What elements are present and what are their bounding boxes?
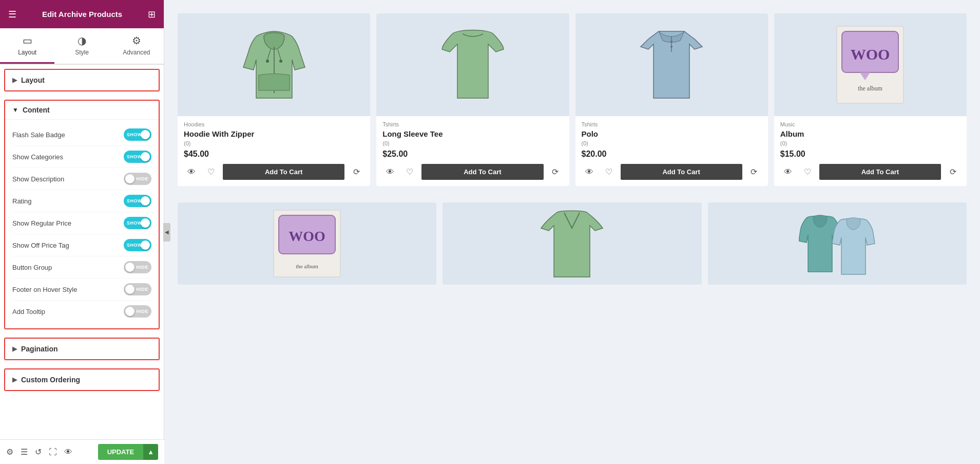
show-description-toggle-label: HIDE bbox=[136, 176, 148, 181]
add-to-cart-button[interactable]: Add To Cart bbox=[421, 164, 543, 180]
wishlist-icon[interactable]: ♡ bbox=[203, 164, 219, 180]
add-to-cart-button[interactable]: Add To Cart bbox=[819, 164, 941, 180]
custom-ordering-header[interactable]: ▶ Custom Ordering bbox=[5, 369, 159, 390]
show-description-toggle[interactable]: HIDE bbox=[124, 173, 151, 185]
footer-hover-label: Footer on Hover Style bbox=[12, 286, 77, 293]
product-rating: (0) bbox=[582, 140, 762, 146]
rating-toggle[interactable]: SHOW bbox=[124, 195, 151, 207]
regular-price-toggle-label: SHOW bbox=[127, 220, 142, 226]
wishlist-icon[interactable]: ♡ bbox=[800, 164, 815, 180]
product-image-hoodies2 bbox=[708, 202, 967, 285]
view-icon[interactable]: 👁 bbox=[582, 164, 597, 180]
layers-icon[interactable]: ☰ bbox=[21, 447, 28, 457]
button-group-toggle[interactable]: HIDE bbox=[124, 261, 151, 273]
button-group-label: Button Group bbox=[12, 264, 52, 271]
add-to-cart-button[interactable]: Add To Cart bbox=[223, 164, 344, 180]
view-icon[interactable]: 👁 bbox=[184, 164, 199, 180]
product-actions: 👁 ♡ Add To Cart ⟳ bbox=[582, 164, 762, 180]
footer-hover-toggle[interactable]: HIDE bbox=[124, 283, 151, 295]
svg-text:the album: the album bbox=[858, 85, 883, 92]
svg-text:WOO: WOO bbox=[851, 46, 890, 63]
product-name: Album bbox=[780, 129, 960, 138]
product-actions: 👁 ♡ Add To Cart ⟳ bbox=[780, 164, 960, 180]
hoodie-svg bbox=[241, 21, 308, 108]
grid-icon[interactable]: ⊞ bbox=[148, 9, 156, 20]
hamburger-icon[interactable]: ☰ bbox=[8, 9, 16, 20]
layout-section-header[interactable]: ▶ Layout bbox=[5, 70, 159, 90]
show-description-knob bbox=[125, 174, 134, 183]
view-icon[interactable]: 👁 bbox=[780, 164, 796, 180]
product-image-longsleeve bbox=[376, 13, 569, 116]
layout-section-label: Layout bbox=[21, 76, 45, 84]
tab-advanced[interactable]: ⚙ Advanced bbox=[109, 28, 164, 64]
tab-style[interactable]: ◑ Style bbox=[54, 28, 109, 64]
toggle-row-categories: Show Categories SHOW bbox=[12, 146, 151, 168]
custom-ordering-label: Custom Ordering bbox=[21, 376, 80, 384]
button-group-knob bbox=[125, 263, 134, 272]
svg-point-4 bbox=[279, 60, 282, 63]
collapse-icon: ◀ bbox=[165, 229, 169, 235]
product-category: Music bbox=[780, 121, 960, 127]
toggle-row-flash-sale: Flash Sale Badge SHOW bbox=[12, 124, 151, 146]
product-rating: (0) bbox=[780, 140, 960, 146]
product-info-polo: Tshirts Polo (0) $20.00 👁 ♡ Add To Cart … bbox=[575, 116, 768, 186]
bottom-toolbar-left: ⚙ ☰ ↺ ⛶ 👁 bbox=[6, 447, 72, 457]
products-grid: Hoodies Hoodie With Zipper (0) $45.00 👁 … bbox=[164, 0, 980, 199]
toggle-row-regular-price: Show Regular Price SHOW bbox=[12, 212, 151, 234]
flash-sale-toggle[interactable]: SHOW bbox=[124, 128, 151, 141]
woo2-svg: WOO the album bbox=[271, 208, 343, 280]
custom-ordering-arrow-icon: ▶ bbox=[12, 376, 17, 383]
product-card-woo2: WOO the album bbox=[178, 202, 436, 285]
content-arrow-icon: ▼ bbox=[12, 106, 18, 114]
product-category: Tshirts bbox=[382, 121, 563, 127]
show-off-price-toggle[interactable]: SHOW bbox=[124, 239, 151, 251]
woo-svg: WOO the album bbox=[832, 21, 909, 108]
show-categories-toggle[interactable]: SHOW bbox=[124, 151, 151, 163]
style-icon: ◑ bbox=[78, 34, 86, 47]
svg-text:the album: the album bbox=[296, 263, 318, 269]
product-info-long-sleeve: Tshirts Long Sleeve Tee (0) $25.00 👁 ♡ A… bbox=[376, 116, 569, 186]
show-regular-price-toggle[interactable]: SHOW bbox=[124, 217, 151, 229]
product-name: Long Sleeve Tee bbox=[382, 129, 563, 138]
sidebar-header: ☰ Edit Archive Products ⊞ bbox=[0, 0, 164, 28]
svg-text:WOO: WOO bbox=[289, 228, 325, 244]
show-description-label: Show Description bbox=[12, 175, 64, 183]
second-row-products: WOO the album bbox=[164, 199, 980, 298]
compare-icon[interactable]: ⟳ bbox=[349, 164, 364, 180]
compare-icon[interactable]: ⟳ bbox=[548, 164, 563, 180]
settings-icon[interactable]: ⚙ bbox=[6, 447, 13, 457]
collapse-arrow[interactable]: ◀ bbox=[164, 223, 170, 242]
product-info-album: Music Album (0) $15.00 👁 ♡ Add To Cart ⟳ bbox=[774, 116, 967, 186]
product-actions: 👁 ♡ Add To Cart ⟳ bbox=[382, 164, 563, 180]
add-to-cart-button[interactable]: Add To Cart bbox=[621, 164, 742, 180]
product-info-hoodie-zipper: Hoodies Hoodie With Zipper (0) $45.00 👁 … bbox=[178, 116, 370, 186]
product-actions: 👁 ♡ Add To Cart ⟳ bbox=[184, 164, 364, 180]
content-section-header[interactable]: ▼ Content bbox=[5, 101, 159, 120]
compare-icon[interactable]: ⟳ bbox=[746, 164, 762, 180]
tab-layout[interactable]: ▭ Layout bbox=[0, 28, 54, 64]
preview-icon[interactable]: 👁 bbox=[64, 448, 72, 457]
add-tooltip-toggle-label: HIDE bbox=[136, 309, 148, 314]
svg-point-3 bbox=[266, 60, 269, 63]
update-button[interactable]: UPDATE bbox=[98, 444, 143, 460]
toggle-row-footer-hover: Footer on Hover Style HIDE bbox=[12, 279, 151, 301]
wishlist-icon[interactable]: ♡ bbox=[601, 164, 617, 180]
product-card-album: WOO the album Music Album (0) $15.00 👁 ♡… bbox=[774, 13, 967, 186]
pagination-section-header[interactable]: ▶ Pagination bbox=[5, 339, 159, 359]
toggle-row-tooltip: Add Tooltip HIDE bbox=[12, 301, 151, 322]
layout-icon: ▭ bbox=[23, 34, 32, 47]
add-tooltip-toggle[interactable]: HIDE bbox=[124, 305, 151, 318]
history-icon[interactable]: ↺ bbox=[35, 447, 42, 457]
add-tooltip-knob bbox=[125, 307, 134, 316]
view-icon[interactable]: 👁 bbox=[382, 164, 398, 180]
update-dropdown-button[interactable]: ▲ bbox=[143, 444, 158, 460]
show-categories-toggle-label: SHOW bbox=[127, 154, 142, 159]
hoodies2-svg bbox=[799, 205, 876, 282]
product-image-polo bbox=[575, 13, 768, 116]
toggle-row-off-price: Show Off Price Tag SHOW bbox=[12, 234, 151, 256]
compare-icon[interactable]: ⟳ bbox=[945, 164, 960, 180]
responsive-icon[interactable]: ⛶ bbox=[49, 448, 57, 457]
product-name: Polo bbox=[582, 129, 762, 138]
wishlist-icon[interactable]: ♡ bbox=[402, 164, 417, 180]
product-card-long-sleeve: Tshirts Long Sleeve Tee (0) $25.00 👁 ♡ A… bbox=[376, 13, 569, 186]
